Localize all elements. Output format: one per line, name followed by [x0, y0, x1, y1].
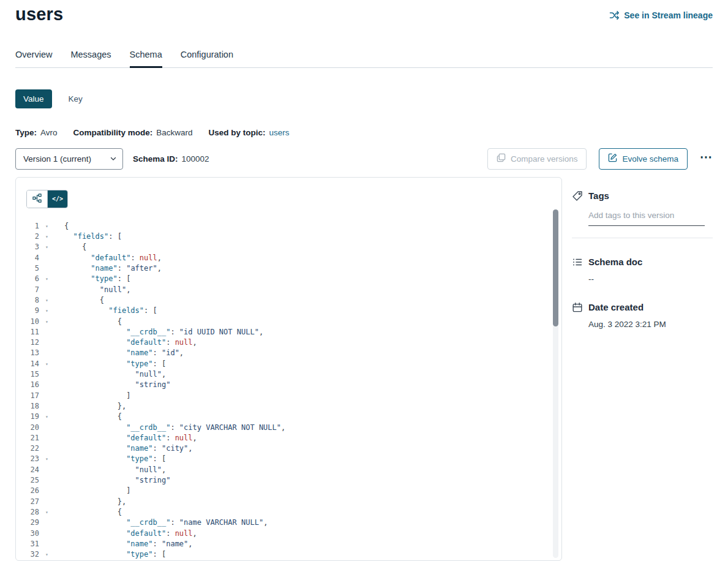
code-line: 16"string" — [16, 380, 561, 390]
fold-toggle-icon[interactable]: ▾ — [39, 359, 64, 369]
scrollbar-thumb[interactable] — [553, 209, 558, 326]
meta-item: Type:Avro — [15, 128, 58, 137]
line-number: 29 — [16, 518, 39, 528]
tab-messages[interactable]: Messages — [70, 50, 111, 67]
code-text: { — [64, 412, 122, 422]
fold-toggle-icon[interactable]: ▾ — [39, 295, 64, 306]
code-text: "type": [ — [64, 454, 166, 464]
code-line: 26] — [16, 486, 561, 496]
fold-toggle-icon[interactable]: ▾ — [39, 549, 64, 560]
fold-toggle-icon[interactable]: ▾ — [39, 412, 64, 422]
fold-spacer — [39, 285, 64, 295]
fold-toggle-icon[interactable]: ▾ — [39, 242, 64, 252]
sidebar-divider — [572, 238, 713, 238]
compare-versions-button[interactable]: Compare versions — [487, 148, 587, 170]
line-number: 8 — [16, 295, 39, 306]
code-text: { — [64, 507, 122, 518]
version-select[interactable]: Version 1 (current) — [15, 148, 123, 170]
meta-value: Avro — [40, 128, 58, 137]
tag-icon — [572, 190, 583, 201]
evolve-schema-label: Evolve schema — [622, 154, 678, 164]
code-text: "default": null, — [64, 337, 197, 348]
code-line: 25"string" — [16, 475, 561, 486]
value-toggle-button[interactable]: Value — [15, 89, 52, 108]
code-text: "null", — [64, 369, 166, 380]
line-number: 11 — [16, 327, 39, 337]
more-actions-button[interactable]: ⋯ — [700, 149, 713, 168]
tab-configuration[interactable]: Configuration — [181, 50, 233, 67]
fold-toggle-icon[interactable]: ▾ — [39, 221, 64, 232]
code-line: 8▾{ — [16, 295, 561, 306]
code-line: 28▾{ — [16, 507, 561, 518]
page-title: users — [15, 5, 63, 24]
fold-spacer — [39, 263, 64, 274]
stream-lineage-link[interactable]: See in Stream lineage — [609, 10, 713, 20]
fold-spacer — [39, 475, 64, 486]
fold-toggle-icon[interactable]: ▾ — [39, 454, 64, 464]
code-line: 2▾"fields": [ — [16, 232, 561, 242]
meta-item: Compatibility mode:Backward — [73, 128, 193, 137]
scrollbar-track[interactable] — [553, 209, 558, 558]
date-created-value: Aug. 3 2022 3:21 PM — [588, 320, 713, 329]
line-number: 25 — [16, 475, 39, 486]
line-number: 30 — [16, 529, 39, 539]
code-line: 32▾"type": [ — [16, 549, 561, 560]
code-view-button[interactable]: </> — [47, 190, 67, 208]
code-text: "type": [ — [64, 549, 166, 560]
fold-spacer — [39, 380, 64, 390]
code-line: 20"__crdb__": "city VARCHAR NOT NULL", — [16, 423, 561, 433]
schema-code-panel: </> 1▾{2▾"fields": [3▾{4"default": null,… — [15, 177, 562, 561]
line-number: 19 — [16, 412, 39, 422]
line-number: 24 — [16, 465, 39, 475]
chevron-down-icon — [110, 155, 117, 162]
fold-spacer — [39, 369, 64, 380]
value-key-toggle: ValueKey — [15, 89, 713, 108]
schema-page: users See in Stream lineage OverviewMess… — [0, 0, 728, 561]
fold-toggle-icon[interactable]: ▾ — [39, 274, 64, 284]
line-number: 5 — [16, 263, 39, 274]
code-text: "name": "after", — [64, 263, 162, 274]
key-toggle-button[interactable]: Key — [61, 89, 91, 108]
code-line: 18}, — [16, 401, 561, 412]
date-created-header: Date created — [572, 302, 713, 313]
editor-view-toggle: </> — [26, 190, 68, 208]
fold-toggle-icon[interactable]: ▾ — [39, 306, 64, 316]
tab-overview[interactable]: Overview — [15, 50, 52, 67]
tags-input[interactable] — [588, 211, 705, 226]
fold-toggle-icon[interactable]: ▾ — [39, 232, 64, 242]
main-content: </> 1▾{2▾"fields": [3▾{4"default": null,… — [15, 177, 713, 561]
code-text: { — [64, 242, 86, 252]
code-line: 13"name": "id", — [16, 348, 561, 358]
code-line: 6▾"type": [ — [16, 274, 561, 284]
schema-doc-header: Schema doc — [572, 257, 713, 268]
version-actions: Compare versions Evolve schema ⋯ — [487, 148, 713, 170]
code-line: 30"default": null, — [16, 529, 561, 539]
code-line: 3▾{ — [16, 242, 561, 252]
code-text: "default": null, — [64, 529, 197, 539]
tab-schema[interactable]: Schema — [130, 50, 162, 67]
code-line: 17] — [16, 391, 561, 401]
code-text: "fields": [ — [64, 232, 122, 242]
line-number: 28 — [16, 507, 39, 518]
topic-link[interactable]: users — [269, 128, 290, 137]
line-number: 32 — [16, 549, 39, 560]
meta-label: Type: — [15, 128, 37, 137]
code-line: 5"name": "after", — [16, 263, 561, 274]
line-number: 15 — [16, 369, 39, 380]
fold-spacer — [39, 348, 64, 358]
fold-toggle-icon[interactable]: ▾ — [39, 507, 64, 518]
code-text: "name": "id", — [64, 348, 184, 358]
meta-label: Compatibility mode: — [73, 128, 153, 137]
code-line: 27}, — [16, 497, 561, 507]
version-bar: Version 1 (current) Schema ID: 100002 Co… — [15, 148, 713, 170]
line-number: 17 — [16, 391, 39, 401]
fold-toggle-icon[interactable]: ▾ — [39, 317, 64, 327]
code-lines: 1▾{2▾"fields": [3▾{4"default": null,5"na… — [16, 221, 561, 560]
evolve-schema-button[interactable]: Evolve schema — [599, 148, 688, 170]
line-number: 6 — [16, 274, 39, 284]
code-line: 9▾"fields": [ — [16, 306, 561, 316]
line-number: 9 — [16, 306, 39, 316]
schema-id-value: 100002 — [182, 154, 209, 164]
line-number: 23 — [16, 454, 39, 464]
tree-view-button[interactable] — [27, 190, 47, 208]
